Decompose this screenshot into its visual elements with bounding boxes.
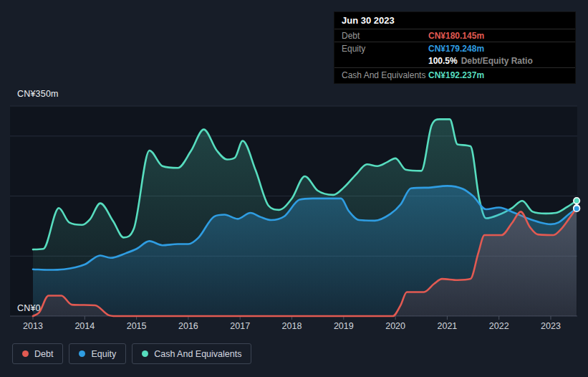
tooltip-equity-value: CN¥179.248m [428, 44, 484, 54]
chart-legend: Debt Equity Cash And Equivalents [12, 343, 251, 364]
x-tick-label-2021: 2021 [437, 321, 457, 331]
tooltip-ratio-row: 100.5% Debt/Equity Ratio [334, 54, 575, 67]
legend-item-cash[interactable]: Cash And Equivalents [132, 343, 251, 364]
x-tick-label-2023: 2023 [541, 321, 561, 331]
y-axis-max-label: CN¥350m [17, 89, 59, 99]
x-tick-label-2014: 2014 [74, 321, 95, 331]
x-tick-label-2022: 2022 [489, 321, 509, 331]
tooltip-cash-row: Cash And Equivalents CN¥192.237m [334, 67, 575, 82]
legend-cash-label: Cash And Equivalents [154, 349, 241, 359]
tooltip-date: Jun 30 2023 [334, 12, 575, 29]
cash-series-dot-icon [142, 350, 148, 357]
tooltip-equity-row: Equity CN¥179.248m [334, 42, 575, 54]
x-tick-label-2013: 2013 [23, 321, 43, 331]
tooltip-cash-value: CN¥192.237m [428, 70, 484, 80]
tooltip-equity-label: Equity [342, 44, 428, 54]
legend-debt-label: Debt [34, 349, 53, 359]
x-tick-label-2015: 2015 [127, 321, 147, 331]
equity-endpoint-dot[interactable] [574, 206, 580, 212]
x-tick-label-2016: 2016 [178, 321, 198, 331]
x-tick-label-2018: 2018 [282, 321, 302, 331]
y-axis-min-label: CN¥0 [17, 303, 41, 313]
legend-item-equity[interactable]: Equity [69, 343, 126, 364]
tooltip-cash-label: Cash And Equivalents [342, 70, 428, 80]
tooltip-ratio-label: Debt/Equity Ratio [461, 56, 533, 66]
tooltip-debt-label: Debt [342, 31, 428, 41]
legend-equity-label: Equity [91, 349, 116, 359]
x-tick-label-2019: 2019 [334, 321, 354, 331]
tooltip-ratio-value: 100.5% [428, 56, 458, 66]
debt-series-dot-icon [22, 350, 29, 357]
legend-item-debt[interactable]: Debt [12, 343, 63, 364]
tooltip-debt-value: CN¥180.145m [428, 31, 484, 41]
cash-and-equivalents-endpoint-dot[interactable] [574, 198, 580, 204]
tooltip-debt-row: Debt CN¥180.145m [334, 29, 575, 42]
x-tick-label-2020: 2020 [385, 321, 405, 331]
debt-equity-history-panel: CN¥350m CN¥0 201320142015201620172018201… [0, 0, 588, 377]
x-tick-label-2017: 2017 [230, 321, 250, 331]
equity-series-dot-icon [79, 350, 85, 357]
chart-tooltip: Jun 30 2023 Debt CN¥180.145m Equity CN¥1… [334, 11, 576, 84]
